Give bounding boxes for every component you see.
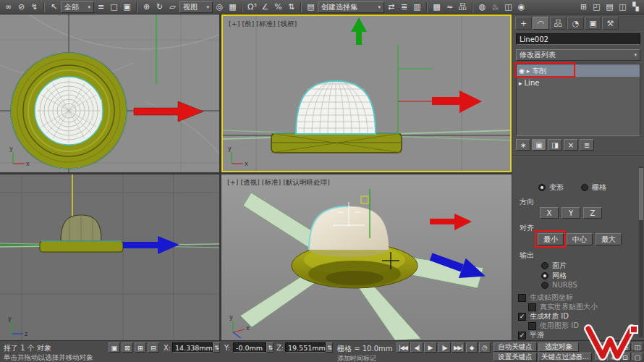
align-min-button[interactable]: 最小	[538, 233, 564, 245]
tab-utilities[interactable]: ⚒	[602, 17, 619, 30]
y-coord-field[interactable]: -0.0mm	[233, 342, 266, 353]
isolate-selection-icon[interactable]: ▣	[109, 342, 120, 353]
viewport-perspective[interactable]: [+] [透视] [标准] [默认明暗处理] x y	[221, 174, 512, 340]
output-patch-radio[interactable]	[541, 262, 548, 269]
prev-frame-button[interactable]: ◀|	[410, 342, 423, 353]
select-scale-icon[interactable]: ▱	[166, 1, 179, 13]
viewport-front-canvas[interactable]: [+] [前] [标准] [线框] x y	[223, 16, 510, 171]
percent-snap-icon[interactable]: %	[272, 1, 284, 13]
set-key-button[interactable]: 设置关键点	[493, 353, 537, 361]
window-crossing-icon[interactable]: ▣	[121, 1, 133, 13]
select-rotate-icon[interactable]: ↻	[153, 1, 166, 13]
select-by-name-icon[interactable]: ≡	[95, 1, 107, 13]
zoom-icon[interactable]: ⊙	[595, 342, 606, 351]
use-shapeid-checkbox[interactable]	[528, 322, 536, 330]
viewport-layout5-icon[interactable]: ▚	[630, 1, 642, 13]
z-coord-field[interactable]: 19.551mm	[285, 342, 326, 353]
schematic-view-icon[interactable]: 品	[457, 1, 469, 13]
ref-coord-dropdown[interactable]: 视图 ▾	[179, 1, 213, 13]
gen-mapping-checkbox[interactable]	[518, 294, 526, 302]
use-pivot-center-icon[interactable]: ◎	[213, 1, 226, 13]
layer-manager-icon[interactable]: ▥	[411, 1, 423, 13]
pan-icon[interactable]: ◇	[595, 353, 606, 361]
ribbon-toggle-icon[interactable]: ▩	[431, 1, 443, 13]
viewport-top[interactable]: x y	[0, 14, 219, 172]
viewport-left-canvas[interactable]: z y	[0, 174, 219, 340]
viewport-left[interactable]: z y	[0, 174, 219, 340]
render-production-icon[interactable]: ◉	[515, 1, 528, 13]
tab-modify[interactable]: ◠	[533, 17, 549, 30]
smooth-checkbox[interactable]	[518, 332, 526, 340]
z-spinner[interactable]: ⇅	[326, 342, 333, 353]
viewport-top-canvas[interactable]: x y	[0, 14, 219, 172]
align-center-button[interactable]: 中心	[567, 233, 593, 245]
angle-snap-icon[interactable]: ∠	[259, 1, 271, 13]
lathe-object-top-view[interactable]	[11, 53, 127, 169]
offset-mode-icon[interactable]: ⊟	[148, 342, 159, 353]
bind-spacewarp-icon[interactable]: ↯	[28, 1, 41, 13]
x-spinner[interactable]: ⇅	[213, 342, 220, 353]
field-of-view-icon[interactable]: ⊡	[619, 353, 631, 361]
spinner-snap-icon[interactable]: ⇅	[285, 1, 297, 13]
viewport-layout3-icon[interactable]: ▤	[603, 1, 616, 13]
zoom-extents-icon[interactable]: ▭	[619, 342, 631, 351]
visibility-eye-icon[interactable]: ◉	[519, 67, 525, 75]
edit-named-selections-icon[interactable]: ▤	[305, 1, 317, 13]
auto-key-button[interactable]: 自动关键点	[493, 342, 537, 352]
viewport-layout2-icon[interactable]: ◰	[590, 1, 603, 13]
viewport-label-front[interactable]: [+] [前] [标准] [线框]	[229, 20, 297, 28]
modifier-list-dropdown[interactable]: 修改器列表 ▾	[516, 49, 640, 61]
orbit-icon[interactable]: +	[607, 353, 619, 361]
select-move-icon[interactable]: ⊕	[140, 1, 153, 13]
key-mode-button[interactable]: ◆	[466, 342, 478, 353]
panel-scrollbar[interactable]	[639, 167, 643, 337]
next-frame-button[interactable]: |▶	[438, 342, 451, 353]
scrollbar-thumb[interactable]	[639, 168, 643, 220]
pin-stack-icon[interactable]: ∗	[516, 139, 530, 151]
tab-create[interactable]: +	[515, 17, 532, 30]
make-unique-icon[interactable]: ◨	[548, 139, 562, 151]
direction-y-button[interactable]: Y	[562, 207, 580, 219]
selection-set-filter-button[interactable]: 选定对象	[538, 342, 579, 352]
go-to-start-button[interactable]: |◀◀	[397, 342, 410, 353]
viewport-label-perspective[interactable]: [+] [透视] [标准] [默认明暗处理]	[227, 178, 330, 186]
gen-matid-checkbox[interactable]	[518, 313, 526, 321]
viewport-perspective-canvas[interactable]: [+] [透视] [标准] [默认明暗处理] x y	[221, 174, 512, 340]
cap-morph-radio[interactable]	[538, 184, 546, 191]
maximize-viewport-icon[interactable]: ▢	[632, 353, 643, 361]
lathe-base-front-view[interactable]	[271, 133, 402, 153]
show-end-result-icon[interactable]: ▣	[532, 139, 546, 151]
output-nurbs-radio[interactable]	[541, 282, 548, 289]
align-max-button[interactable]: 最大	[596, 233, 622, 245]
direction-z-button[interactable]: Z	[583, 207, 602, 219]
time-config-button[interactable]: ◷	[479, 342, 491, 353]
named-selection-set-dropdown[interactable]: 创建选择集 ▾	[318, 1, 384, 13]
lathe-dome-front-view[interactable]	[296, 81, 376, 134]
direction-x-button[interactable]: X	[540, 207, 559, 219]
configure-modifier-icon[interactable]: ≣	[580, 139, 594, 151]
viewport-layout-icon[interactable]: ⊞	[577, 1, 590, 13]
tab-display[interactable]: ▣	[585, 17, 601, 30]
select-object-icon[interactable]: ↖	[48, 1, 60, 13]
selection-filter-dropdown[interactable]: 全部 ▾	[61, 1, 94, 13]
rect-selection-region-icon[interactable]: □	[108, 1, 120, 13]
key-filters-button[interactable]: 关键点过滤器...	[538, 353, 592, 361]
render-setup-icon[interactable]: ♨	[489, 1, 501, 13]
viewport-layout4-icon[interactable]: ◫	[617, 1, 629, 13]
tab-motion[interactable]: ◔	[567, 17, 584, 30]
snap-toggle-3d-icon[interactable]: Ω³	[246, 1, 258, 13]
x-coord-field[interactable]: 14.338mm	[172, 342, 213, 353]
modifier-stack-item-line[interactable]: ▸ Line	[517, 77, 640, 89]
y-spinner[interactable]: ⇅	[266, 342, 274, 353]
expand-arrow-icon[interactable]: ▸	[527, 67, 530, 75]
unlink-icon[interactable]: ⊘	[15, 1, 27, 13]
curve-editor-icon[interactable]: ≈	[444, 1, 456, 13]
select-and-link-icon[interactable]: ∞	[2, 1, 14, 13]
tab-hierarchy[interactable]: 品	[550, 17, 567, 30]
go-to-end-button[interactable]: ▶▶|	[452, 342, 465, 353]
viewport-front-active[interactable]: [+] [前] [标准] [线框] x y	[221, 14, 512, 172]
select-manipulate-icon[interactable]: ▦	[226, 1, 239, 13]
play-button[interactable]: ▶	[424, 342, 437, 353]
absolute-mode-icon[interactable]: ⊞	[135, 342, 146, 353]
modifier-stack-item-lathe[interactable]: ◉ ▸ 车削	[517, 64, 640, 77]
